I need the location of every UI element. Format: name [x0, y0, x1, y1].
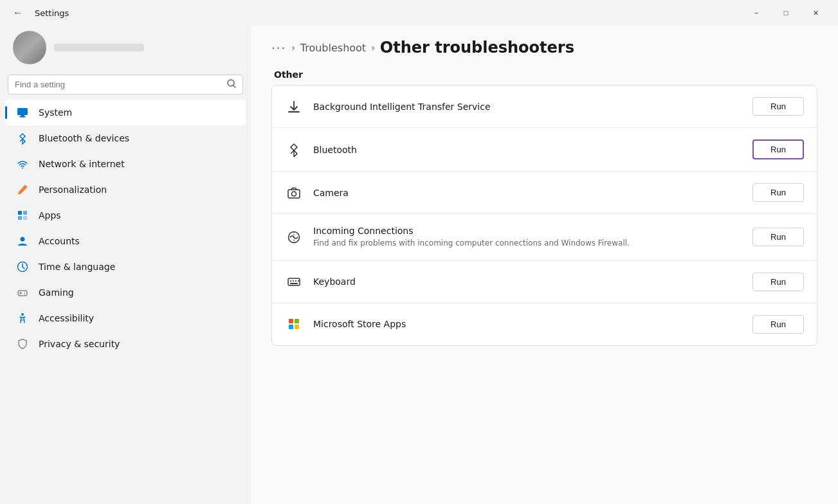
sidebar-item-personalization[interactable]: Personalization [5, 177, 246, 203]
bluetooth-nav-icon [15, 131, 30, 145]
avatar-image [13, 31, 46, 64]
clock-icon [15, 260, 30, 274]
svg-rect-9 [18, 216, 22, 220]
app-body: System Bluetooth & devices [0, 26, 838, 504]
svg-rect-34 [295, 319, 299, 323]
sidebar-item-network[interactable]: Network & internet [5, 151, 246, 177]
troubleshooter-info-bluetooth: Bluetooth [313, 145, 742, 155]
svg-point-24 [292, 192, 296, 196]
shield-icon [15, 337, 30, 351]
troubleshooter-name-keyboard: Keyboard [313, 276, 742, 287]
sidebar: System Bluetooth & devices [0, 26, 251, 504]
svg-rect-29 [293, 280, 294, 282]
troubleshooter-desc-incoming: Find and fix problems with incoming comp… [313, 238, 742, 249]
troubleshooter-name-store: Microsoft Store Apps [313, 319, 742, 329]
download-icon [285, 98, 303, 116]
sidebar-item-privacy[interactable]: Privacy & security [5, 331, 246, 357]
svg-line-14 [23, 267, 24, 269]
sidebar-item-apps[interactable]: Apps [5, 203, 246, 228]
breadcrumb-current: Other troubleshooters [380, 39, 574, 57]
sidebar-item-accounts[interactable]: Accounts [5, 228, 246, 254]
search-input[interactable] [15, 80, 222, 89]
breadcrumb-troubleshoot-link[interactable]: Troubleshoot [300, 42, 366, 54]
sidebar-item-personalization-label: Personalization [39, 184, 107, 195]
sidebar-item-accessibility[interactable]: Accessibility [5, 305, 246, 331]
troubleshooter-name-bluetooth: Bluetooth [313, 145, 742, 155]
troubleshooter-name-camera: Camera [313, 188, 742, 198]
breadcrumb-dots[interactable]: ··· [271, 41, 286, 55]
svg-rect-27 [288, 278, 300, 285]
svg-point-18 [24, 292, 25, 293]
store-icon [285, 315, 303, 333]
wifi-icon [15, 157, 30, 171]
sidebar-item-time[interactable]: Time & language [5, 254, 246, 280]
troubleshooter-info-camera: Camera [313, 188, 742, 198]
section-heading: Other [271, 69, 817, 80]
run-button-bits[interactable]: Run [752, 97, 804, 116]
troubleshooter-item-bluetooth: Bluetooth Run [272, 128, 817, 172]
sidebar-item-apps-label: Apps [39, 210, 61, 221]
svg-point-6 [22, 168, 23, 169]
troubleshooter-item-keyboard: Keyboard Run [272, 261, 817, 303]
svg-line-1 [233, 86, 235, 87]
incoming-icon [285, 228, 303, 246]
svg-rect-8 [23, 211, 27, 215]
accessibility-icon [15, 311, 30, 325]
minimize-button[interactable]: − [742, 3, 771, 23]
troubleshooter-name-bits: Background Intelligent Transfer Service [313, 102, 742, 112]
keyboard-icon [285, 273, 303, 291]
monitor-icon [15, 105, 30, 120]
search-box[interactable] [8, 75, 243, 94]
sidebar-item-gaming[interactable]: Gaming [5, 280, 246, 305]
svg-rect-28 [290, 280, 291, 282]
sidebar-item-bluetooth-label: Bluetooth & devices [39, 133, 129, 143]
avatar [13, 31, 46, 64]
maximize-button[interactable]: □ [771, 3, 801, 23]
run-button-bluetooth[interactable]: Run [752, 140, 804, 159]
svg-rect-32 [290, 283, 298, 284]
svg-rect-33 [289, 319, 293, 323]
troubleshooter-info-incoming: Incoming Connections Find and fix proble… [313, 226, 742, 249]
troubleshooter-info-keyboard: Keyboard [313, 276, 742, 287]
svg-rect-36 [295, 325, 299, 329]
profile-name [54, 44, 144, 51]
troubleshooter-name-incoming: Incoming Connections [313, 226, 742, 236]
troubleshooter-list: Background Intelligent Transfer Service … [271, 85, 817, 346]
window-controls: − □ ✕ [742, 3, 830, 23]
svg-rect-35 [289, 325, 293, 329]
breadcrumb: ··· › Troubleshoot › Other troubleshoote… [271, 39, 817, 57]
search-icon [227, 79, 236, 90]
sidebar-item-system-label: System [39, 107, 72, 118]
back-button[interactable]: ← [8, 4, 28, 21]
run-button-incoming[interactable]: Run [752, 228, 804, 246]
breadcrumb-sep2: › [371, 42, 375, 53]
svg-rect-2 [17, 108, 28, 115]
run-button-store[interactable]: Run [752, 315, 804, 334]
svg-rect-23 [288, 190, 300, 198]
breadcrumb-sep1: › [291, 42, 295, 53]
troubleshooter-item-camera: Camera Run [272, 172, 817, 214]
svg-point-20 [21, 313, 24, 316]
sidebar-item-bluetooth[interactable]: Bluetooth & devices [5, 125, 246, 151]
troubleshooter-info-bits: Background Intelligent Transfer Service [313, 102, 742, 112]
sidebar-item-accounts-label: Accounts [39, 236, 80, 246]
title-bar-left: ← Settings [8, 4, 69, 21]
gamepad-icon [15, 285, 30, 300]
person-icon [15, 234, 30, 248]
svg-rect-31 [298, 280, 299, 282]
svg-rect-4 [19, 116, 26, 118]
svg-rect-30 [295, 280, 296, 282]
svg-rect-7 [18, 211, 22, 215]
sidebar-item-system[interactable]: System [5, 100, 246, 125]
sidebar-item-accessibility-label: Accessibility [39, 313, 94, 323]
run-button-keyboard[interactable]: Run [752, 273, 804, 291]
sidebar-item-gaming-label: Gaming [39, 287, 74, 298]
svg-rect-3 [21, 115, 24, 116]
troubleshooter-item-incoming: Incoming Connections Find and fix proble… [272, 214, 817, 261]
apps-icon [15, 208, 30, 222]
run-button-camera[interactable]: Run [752, 183, 804, 202]
main-content: ··· › Troubleshoot › Other troubleshoote… [251, 26, 838, 504]
camera-icon [285, 184, 303, 202]
close-button[interactable]: ✕ [801, 3, 830, 23]
brush-icon [15, 183, 30, 197]
